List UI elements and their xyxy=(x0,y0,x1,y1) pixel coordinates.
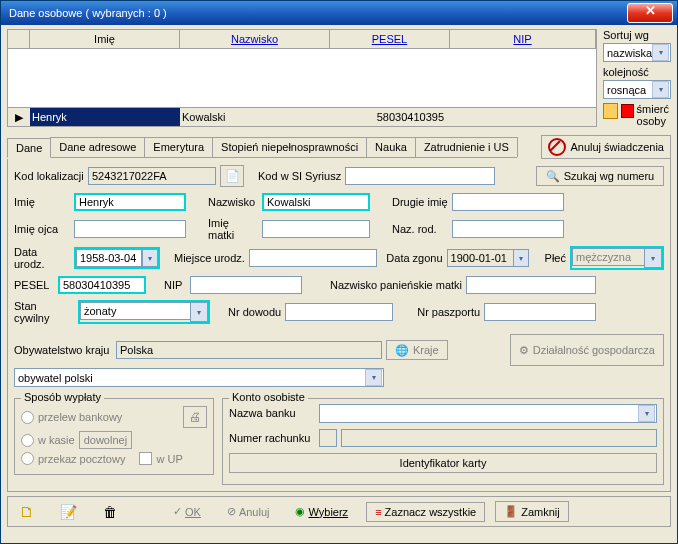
tab-zatr[interactable]: Zatrudnienie i US xyxy=(415,137,518,157)
chevron-down-icon: ▾ xyxy=(142,249,158,267)
obyw-typ-select[interactable]: obywatel polski▾ xyxy=(14,368,384,387)
naz-pan-field[interactable] xyxy=(466,276,596,294)
col-nazwisko[interactable]: Nazwisko xyxy=(231,33,278,45)
delete-button[interactable]: 🗑 xyxy=(95,501,125,523)
pesel-field[interactable]: 58030410395 xyxy=(58,276,146,294)
data-zgonu-field[interactable]: 1900-01-01▾ xyxy=(447,249,529,267)
target-icon: ◉ xyxy=(295,505,305,518)
table-row[interactable]: ▶ Henryk Kowalski 58030410395 xyxy=(8,107,596,126)
chevron-down-icon: ▾ xyxy=(365,369,382,386)
legend-icon xyxy=(603,103,618,119)
bank-label: Nazwa banku xyxy=(229,407,315,419)
identyfikator-karty-button[interactable]: Identyfikator karty xyxy=(229,453,657,473)
kod-si-label: Kod w SI Syriusz xyxy=(258,170,341,182)
anuluj-button[interactable]: ⊘Anuluj xyxy=(219,502,278,521)
record-indicator-icon: ▶ xyxy=(8,111,30,124)
tab-stopien[interactable]: Stopień niepełnosprawności xyxy=(212,137,367,157)
kod-lok-label: Kod lokalizacji xyxy=(14,170,84,182)
sort-dir-select[interactable]: rosnąca▾ xyxy=(603,80,671,99)
data-zg-label: Data zgonu xyxy=(386,252,442,264)
cancel-icon: ⊘ xyxy=(227,505,236,518)
nip-field[interactable] xyxy=(190,276,302,294)
imie-ojca-label: Imię ojca xyxy=(14,223,70,235)
tab-strip: Dane Dane adresowe Emerytura Stopień nie… xyxy=(7,137,517,158)
cell-imie: Henryk xyxy=(30,108,180,126)
checkbox-wup[interactable] xyxy=(139,452,152,465)
data-ur-label: Data urodz. xyxy=(14,246,70,270)
nr-pasz-label: Nr paszportu xyxy=(417,306,480,318)
nr-pasz-field[interactable] xyxy=(484,303,596,321)
nazwisko-label: Nazwisko xyxy=(208,196,258,208)
rachunek-prefix[interactable] xyxy=(319,429,337,447)
sort-by-label: Sortuj wg xyxy=(603,29,671,41)
cell-pesel: 58030410395 xyxy=(330,108,450,126)
trash-icon: 🗑 xyxy=(103,504,117,520)
konto-osobiste-group: Konto osobiste Nazwa banku ▾ Numer rachu… xyxy=(222,398,664,485)
print-icon[interactable]: 🖨 xyxy=(183,406,207,428)
tab-dane[interactable]: Dane xyxy=(7,138,51,158)
kod-lok-field: 5243217022FA xyxy=(88,167,216,185)
miejsce-ur-field[interactable] xyxy=(249,249,377,267)
chevron-down-icon: ▾ xyxy=(190,302,208,322)
tab-emerytura[interactable]: Emerytura xyxy=(144,137,213,157)
kraje-button[interactable]: 🌐Kraje xyxy=(386,340,448,360)
zamknij-button[interactable]: 🚪Zamknij xyxy=(495,501,569,522)
tab-adresowe[interactable]: Dane adresowe xyxy=(50,137,145,157)
radio-kasie[interactable] xyxy=(21,434,34,447)
data-urodz-field[interactable]: 1958-03-04▾ xyxy=(74,247,160,269)
chevron-down-icon: ▾ xyxy=(638,405,655,422)
kod-lok-lookup-button[interactable]: 📄 xyxy=(220,165,244,187)
sort-by-select[interactable]: nazwiska▾ xyxy=(603,43,671,62)
imie-matki-field[interactable] xyxy=(262,220,370,238)
nr-dow-field[interactable] xyxy=(285,303,393,321)
naz-rod-label: Naz. rod. xyxy=(392,223,448,235)
rachunek-field[interactable] xyxy=(341,429,657,447)
tab-content: Kod lokalizacji 5243217022FA 📄 Kod w SI … xyxy=(7,159,671,492)
nr-dow-label: Nr dowodu xyxy=(228,306,281,318)
tab-nauka[interactable]: Nauka xyxy=(366,137,416,157)
pesel-label: PESEL xyxy=(14,279,54,291)
szukaj-numeru-button[interactable]: 🔍Szukaj wg numeru xyxy=(536,166,664,186)
chevron-down-icon: ▾ xyxy=(513,249,529,267)
col-imie[interactable]: Imię xyxy=(30,30,180,48)
chevron-down-icon: ▾ xyxy=(644,248,662,268)
edit-button[interactable]: 📝 xyxy=(52,501,85,523)
new-file-icon: 🗋 xyxy=(19,503,34,520)
nazwisko-field[interactable]: Kowalski xyxy=(262,193,370,211)
window-title: Dane osobowe ( wybranych : 0 ) xyxy=(5,7,167,19)
person-grid[interactable]: Imię Nazwisko PESEL NIP ▶ Henryk Kowalsk… xyxy=(7,29,597,127)
col-pesel[interactable]: PESEL xyxy=(372,33,407,45)
gear-icon: ⚙ xyxy=(519,344,529,357)
stan-cyw-select[interactable]: żonaty▾ xyxy=(78,300,210,324)
ok-button[interactable]: ✓OK xyxy=(165,502,209,521)
naz-rod-field[interactable] xyxy=(452,220,564,238)
anuluj-swiadczenia-button[interactable]: Anuluj świadczenia xyxy=(541,135,671,159)
imie-field[interactable]: Henryk xyxy=(74,193,186,211)
wybierz-button[interactable]: ◉Wybierz xyxy=(287,502,356,521)
sort-dir-label: kolejność xyxy=(603,66,671,78)
radio-przekaz[interactable] xyxy=(21,452,34,465)
window-close-button[interactable]: ✕ xyxy=(627,3,673,23)
chevron-down-icon: ▾ xyxy=(652,44,669,61)
grid-header: Imię Nazwisko PESEL NIP xyxy=(8,30,596,49)
naz-pan-label: Nazwisko panieńskie matki xyxy=(330,279,462,291)
cell-nazwisko: Kowalski xyxy=(180,108,330,126)
zaznacz-wszystkie-button[interactable]: ≡Zaznacz wszystkie xyxy=(366,502,485,522)
new-button[interactable]: 🗋 xyxy=(11,500,42,523)
nip-label: NIP xyxy=(164,279,186,291)
plec-select[interactable]: mężczyzna▾ xyxy=(570,246,664,270)
sposob-wyplaty-group: Sposób wypłaty przelew bankowy 🖨 w kasie… xyxy=(14,398,214,475)
bottom-toolbar: 🗋 📝 🗑 ✓OK ⊘Anuluj ◉Wybierz ≡Zaznacz wszy… xyxy=(7,496,671,527)
dowolnej-button[interactable]: dowolnej xyxy=(79,431,132,449)
rachunek-label: Numer rachunku xyxy=(229,432,315,444)
radio-przelew[interactable] xyxy=(21,411,34,424)
imie-ojca-field[interactable] xyxy=(74,220,186,238)
select-all-icon: ≡ xyxy=(375,506,381,518)
col-nip[interactable]: NIP xyxy=(513,33,531,45)
check-icon: ✓ xyxy=(173,505,182,518)
kod-si-field[interactable] xyxy=(345,167,495,185)
drugie-imie-field[interactable] xyxy=(452,193,564,211)
door-icon: 🚪 xyxy=(504,505,518,518)
dzialalnosc-button[interactable]: ⚙Działalność gospodarcza xyxy=(510,334,664,366)
bank-select[interactable]: ▾ xyxy=(319,404,657,423)
